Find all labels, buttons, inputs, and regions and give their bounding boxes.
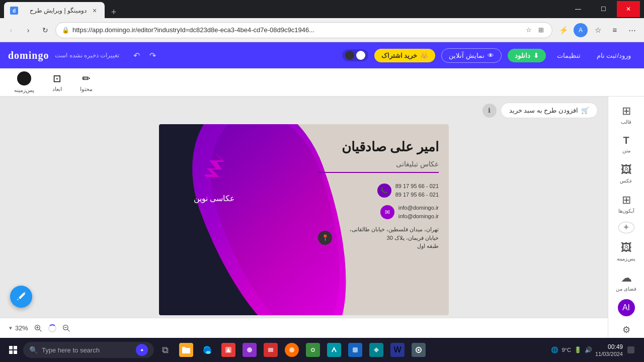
logo-text: domingo <box>8 50 49 61</box>
system-clock[interactable]: 00:49 11/03/2024 <box>595 343 623 357</box>
sidebar-icons-tool[interactable]: ⊞ آیکون‌ها <box>611 190 641 218</box>
svg-line-2 <box>39 329 41 331</box>
file-manager-button[interactable] <box>176 340 196 360</box>
card-address-row: تهران، میدان فلسطین، خیابان طالقانی، خیا… <box>318 225 439 250</box>
network-icon[interactable]: 🌐 <box>551 346 558 353</box>
app8-button[interactable] <box>366 340 386 360</box>
dark-mode-dot <box>345 51 354 60</box>
forward-button[interactable]: › <box>21 23 35 37</box>
app3-icon <box>264 343 278 357</box>
svg-line-6 <box>67 329 69 331</box>
tab-close-button[interactable]: × <box>91 7 99 15</box>
business-card[interactable]: عکاسی نوین امیر علی صادقیان عکاس تبلیغات… <box>159 124 449 315</box>
sidebar-photo-tool[interactable]: 🖼 عکس <box>611 159 641 188</box>
edge-icon <box>200 343 214 357</box>
cloud-label: فضای من <box>616 286 636 292</box>
zoom-dropdown-arrow[interactable]: ▼ <box>8 325 13 331</box>
app-logo: domingo <box>8 50 49 61</box>
cortana-button[interactable]: ✦ <box>136 344 148 356</box>
refresh-button[interactable]: ↻ <box>38 23 52 37</box>
address-bar[interactable]: 🔒 https://app.domingo.ir/editor?industry… <box>55 22 552 38</box>
qr-icon[interactable]: ⊞ <box>536 25 546 35</box>
new-tab-button[interactable]: + <box>107 5 121 19</box>
profile-area[interactable]: A <box>573 22 589 38</box>
sidebar-add-button[interactable]: + <box>618 222 634 233</box>
sidebar-template-tool[interactable]: ⊞ قالب <box>611 101 641 129</box>
more-icon[interactable]: ⋯ <box>624 22 640 38</box>
edge-button[interactable] <box>197 340 217 360</box>
undo-button[interactable]: ↶ <box>129 48 143 62</box>
icons-label: آیکون‌ها <box>618 208 634 214</box>
app1-button[interactable] <box>218 340 238 360</box>
back-button[interactable]: ‹ <box>4 23 18 37</box>
extensions-icon[interactable]: ⚡ <box>555 22 572 38</box>
preview-button[interactable]: 👁 نمایش آنلاین <box>441 48 502 63</box>
eye-icon: 👁 <box>488 52 494 59</box>
app9-button[interactable]: W <box>387 340 408 360</box>
card-email-text: info@domingo.ir info@domingo.ir <box>398 204 439 220</box>
tab-favicon: d <box>10 7 18 15</box>
download-icon: ⬇ <box>533 52 539 59</box>
dimensions-tool[interactable]: ⊡ ابعاد <box>48 70 66 95</box>
purchase-button[interactable]: 👑 خرید اشتراک <box>374 49 436 62</box>
card-person-name: امیر علی صادقیان <box>318 139 439 155</box>
app2-button[interactable] <box>239 340 260 360</box>
file-manager-icon <box>179 343 193 357</box>
battery-icon[interactable]: 🔋 <box>574 346 582 353</box>
search-icon: 🔍 <box>29 346 38 354</box>
sidebar-cloud-tool[interactable]: ☁ فضای من <box>611 267 641 296</box>
app6-button[interactable] <box>324 340 344 360</box>
info-button[interactable]: ℹ <box>482 104 497 118</box>
ai-assistant-button[interactable]: AI <box>616 298 636 318</box>
app10-button[interactable] <box>409 340 429 360</box>
search-placeholder-text: Type here to search <box>42 346 100 354</box>
taskbar-tray: 🌐 9°C 🔋 🔊 00:49 11/03/2024 <box>547 343 640 357</box>
sidebar-background-tool[interactable]: 🖼 پس‌زمینه <box>611 237 641 265</box>
right-sidebar: ⊞ قالب T متن 🖼 عکس ⊞ آیکون‌ها + 🖼 <box>608 97 644 338</box>
favorites-icon[interactable]: ☆ <box>590 22 606 38</box>
collections-icon[interactable]: ≡ <box>607 22 623 38</box>
bookmark-icon[interactable]: ☆ <box>524 25 534 35</box>
loading-spinner <box>48 324 56 332</box>
content-tool[interactable]: ✏ محتوا <box>76 70 97 95</box>
canvas-area[interactable]: ℹ 🛒 افزودن طرح به سبد خرید <box>0 97 608 338</box>
svg-point-11 <box>206 351 211 354</box>
taskbar: 🔍 Type here to search ✦ ⧉ <box>0 338 644 362</box>
fab-button[interactable] <box>10 286 32 308</box>
sidebar-text-tool[interactable]: T متن <box>611 131 641 157</box>
start-button[interactable] <box>4 341 22 359</box>
background-tool[interactable]: پس‌زمینه <box>10 69 38 96</box>
zoom-out-button[interactable] <box>60 322 72 334</box>
settings-button[interactable]: تنظیمات <box>552 49 586 62</box>
task-view-button[interactable]: ⧉ <box>155 340 175 360</box>
app3-button[interactable] <box>261 340 281 360</box>
card-logo-svg <box>197 149 232 190</box>
theme-toggle[interactable] <box>342 49 368 61</box>
taskbar-pinned-apps: ⧉ <box>155 340 429 360</box>
volume-icon[interactable]: 🔊 <box>585 346 592 353</box>
download-button[interactable]: ⬇ دانلود <box>508 49 546 62</box>
add-to-cart-button[interactable]: 🛒 افزودن طرح به سبد خرید <box>501 103 598 118</box>
app7-button[interactable] <box>345 340 365 360</box>
zoom-in-button[interactable] <box>32 322 44 334</box>
svg-point-16 <box>312 349 314 351</box>
signin-button[interactable]: ورود/ثبت نام <box>592 49 636 62</box>
card-logo-area: عکاسی نوین <box>174 149 255 203</box>
content-tool-label: محتوا <box>80 86 93 93</box>
maximize-button[interactable]: ☐ <box>592 1 615 17</box>
cart-icon: 🛒 <box>581 107 589 114</box>
card-person-title: عکاس تبلیغاتی <box>318 160 439 173</box>
minimize-button[interactable]: — <box>567 1 590 17</box>
taskbar-search-box[interactable]: 🔍 Type here to search ✦ <box>23 342 154 358</box>
settings-gear-button[interactable]: ⚙ <box>616 320 636 338</box>
close-window-button[interactable]: ✕ <box>617 1 640 17</box>
notification-button[interactable] <box>626 345 636 355</box>
crown-icon: 👑 <box>420 52 428 59</box>
app5-button[interactable] <box>303 340 323 360</box>
redo-button[interactable]: ↷ <box>145 48 159 62</box>
app9-icon: W <box>390 343 405 357</box>
app-toolbar: پس‌زمینه ⊡ ابعاد ✏ محتوا <box>0 68 644 97</box>
app4-button[interactable] <box>282 340 302 360</box>
dimensions-tool-label: ابعاد <box>52 86 62 93</box>
active-tab[interactable]: d دومینگو | ویرایش طرح × <box>4 2 105 19</box>
